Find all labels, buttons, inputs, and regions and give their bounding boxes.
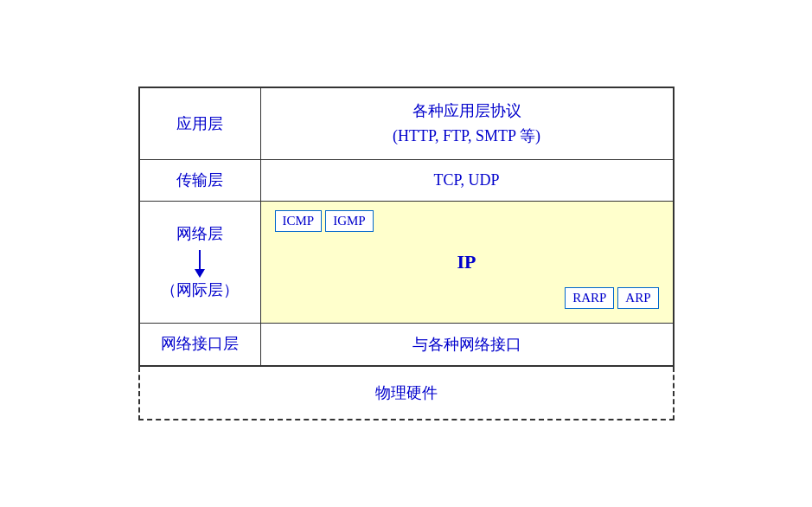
- interface-layer-content: 与各种网络接口: [261, 324, 673, 365]
- network-layer-label: 网络层 （网际层）: [140, 202, 261, 323]
- top-protocols: ICMP IGMP: [275, 210, 659, 232]
- network-layer-row: 网络层 （网际层） ICMP IGMP: [140, 202, 673, 324]
- physical-layer-row: 物理硬件: [138, 367, 675, 420]
- ip-row: IP: [275, 235, 659, 287]
- igmp-box: IGMP: [325, 210, 374, 232]
- transport-layer-row: 传输层 TCP, UDP: [140, 160, 673, 202]
- network-diagram: 应用层 各种应用层协议 (HTTP, FTP, SMTP 等) 传输层 TCP,…: [138, 87, 675, 420]
- physical-layer-label: 物理硬件: [375, 382, 438, 403]
- transport-layer-content: TCP, UDP: [261, 160, 673, 201]
- interface-layer-label: 网络接口层: [140, 324, 261, 365]
- layer-table: 应用层 各种应用层协议 (HTTP, FTP, SMTP 等) 传输层 TCP,…: [138, 87, 675, 367]
- transport-layer-label: 传输层: [140, 160, 261, 201]
- arp-box: ARP: [617, 287, 658, 309]
- icmp-box: ICMP: [275, 210, 323, 232]
- rarp-box: RARP: [565, 287, 614, 309]
- interface-layer-row: 网络接口层 与各种网络接口: [140, 324, 673, 365]
- application-layer-row: 应用层 各种应用层协议 (HTTP, FTP, SMTP 等): [140, 88, 673, 160]
- application-layer-label: 应用层: [140, 88, 261, 159]
- network-layer-content: ICMP IGMP IP RARP ARP: [261, 202, 673, 323]
- bottom-protocols: RARP ARP: [275, 287, 659, 314]
- arrow-down-icon: [195, 250, 205, 278]
- application-layer-content: 各种应用层协议 (HTTP, FTP, SMTP 等): [261, 88, 673, 159]
